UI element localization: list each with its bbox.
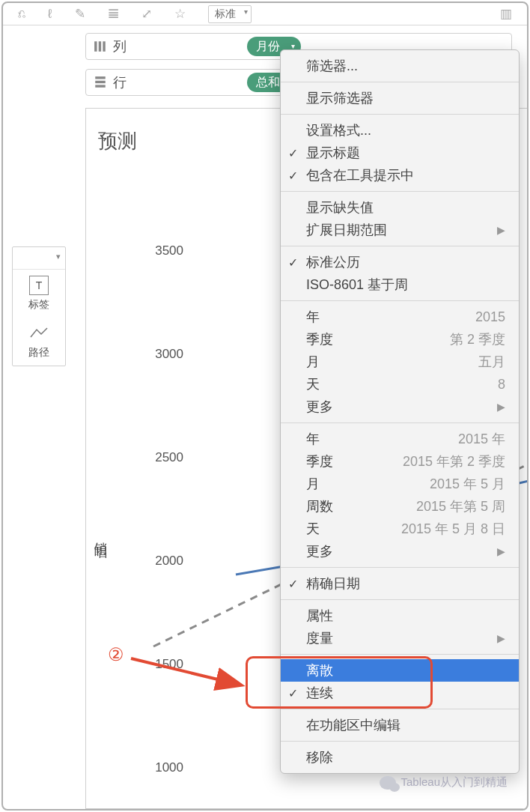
path-mark-button[interactable]: 路径 bbox=[13, 318, 65, 366]
top-toolbar: ⎌ ℓ ✎ 𝌆 ⤢ ☆ 标准 ▥ bbox=[3, 3, 527, 25]
path-text: 路径 bbox=[28, 346, 49, 360]
size-icon[interactable]: ⤢ bbox=[141, 6, 152, 22]
check-icon: ✓ bbox=[288, 255, 298, 270]
check-icon: ✓ bbox=[288, 577, 298, 591]
menu-day-2[interactable]: 天2015 年 5 月 8 日 bbox=[281, 518, 519, 540]
menu-more-1[interactable]: 更多▶ bbox=[281, 396, 519, 418]
svg-rect-3 bbox=[95, 76, 106, 79]
watermark-text: Tableau从入门到精通 bbox=[400, 775, 508, 790]
svg-rect-2 bbox=[103, 41, 105, 52]
label-icon: T bbox=[29, 276, 49, 295]
menu-show-missing[interactable]: 显示缺失值 bbox=[281, 196, 519, 219]
show-me-icon[interactable]: ▥ bbox=[500, 6, 512, 22]
highlight-icon[interactable]: ✎ bbox=[75, 6, 85, 22]
menu-month-2[interactable]: 月2015 年 5 月 bbox=[281, 473, 519, 495]
svg-rect-0 bbox=[94, 41, 97, 52]
marks-card: T 标签 路径 bbox=[12, 246, 66, 366]
check-icon: ✓ bbox=[288, 146, 298, 160]
y-tick: 1500 bbox=[138, 657, 183, 672]
submenu-arrow-icon: ▶ bbox=[490, 224, 505, 236]
menu-attribute[interactable]: 属性 bbox=[281, 605, 519, 627]
menu-year-2[interactable]: 年2015 年 bbox=[281, 428, 519, 450]
submenu-arrow-icon: ▶ bbox=[490, 545, 505, 557]
menu-filter[interactable]: 筛选器... bbox=[281, 55, 519, 77]
menu-month[interactable]: 月五月 bbox=[281, 351, 519, 373]
svg-rect-5 bbox=[95, 85, 106, 87]
attach-icon[interactable]: 𝌆 bbox=[108, 6, 119, 22]
y-tick: 1000 bbox=[138, 760, 183, 775]
menu-edit-in-shelf[interactable]: 在功能区中编辑 bbox=[281, 714, 519, 736]
rows-label: 行 bbox=[113, 73, 127, 91]
y-tick: 2500 bbox=[138, 450, 183, 465]
menu-iso-8601[interactable]: ISO-8601 基于周 bbox=[281, 273, 519, 296]
columns-label: 列 bbox=[113, 37, 127, 55]
menu-show-filter[interactable]: 显示筛选器 bbox=[281, 87, 519, 109]
submenu-arrow-icon: ▶ bbox=[490, 632, 505, 644]
menu-set-format[interactable]: 设置格式... bbox=[281, 119, 519, 142]
submenu-arrow-icon: ▶ bbox=[490, 401, 505, 413]
y-tick: 3000 bbox=[138, 347, 183, 362]
menu-discrete[interactable]: 离散 bbox=[281, 659, 519, 682]
label-text: 标签 bbox=[28, 298, 49, 312]
rows-icon bbox=[94, 76, 107, 89]
columns-icon bbox=[94, 40, 107, 53]
check-icon: ✓ bbox=[288, 169, 298, 183]
menu-include-tooltip[interactable]: ✓包含在工具提示中 bbox=[281, 164, 519, 187]
svg-rect-4 bbox=[95, 81, 106, 83]
menu-weeknum[interactable]: 周数2015 年第 5 周 bbox=[281, 495, 519, 518]
menu-remove[interactable]: 移除 bbox=[281, 746, 519, 769]
annotation-label: ② bbox=[108, 644, 124, 665]
menu-quarter-2[interactable]: 季度2015 年第 2 季度 bbox=[281, 450, 519, 473]
fit-select[interactable]: 标准 bbox=[208, 5, 252, 23]
menu-measure[interactable]: 度量▶ bbox=[281, 627, 519, 649]
format-icon[interactable]: ℓ bbox=[48, 7, 52, 22]
menu-day[interactable]: 天8 bbox=[281, 373, 519, 396]
menu-continuous[interactable]: ✓连续 bbox=[281, 682, 519, 704]
check-icon: ✓ bbox=[288, 686, 298, 700]
undo-redo-icon[interactable]: ⎌ bbox=[18, 7, 25, 22]
menu-more-2[interactable]: 更多▶ bbox=[281, 540, 519, 563]
menu-extend-date-range[interactable]: 扩展日期范围▶ bbox=[281, 219, 519, 241]
menu-standard-calendar[interactable]: ✓标准公历 bbox=[281, 251, 519, 273]
fit-icon[interactable]: ☆ bbox=[174, 6, 186, 22]
mark-type-select[interactable] bbox=[13, 247, 65, 270]
menu-year[interactable]: 年2015 bbox=[281, 306, 519, 328]
menu-exact-date[interactable]: ✓精确日期 bbox=[281, 572, 519, 595]
wechat-icon bbox=[380, 776, 396, 790]
wechat-watermark: Tableau从入门到精通 bbox=[380, 775, 508, 790]
svg-rect-1 bbox=[99, 41, 101, 52]
y-tick: 3500 bbox=[138, 243, 183, 258]
menu-show-header[interactable]: ✓显示标题 bbox=[281, 142, 519, 164]
pill-label: 月份 bbox=[256, 39, 280, 55]
label-mark-button[interactable]: T 标签 bbox=[13, 270, 65, 318]
y-tick: 2000 bbox=[138, 554, 183, 569]
field-context-menu: 筛选器... 显示筛选器 设置格式... ✓显示标题 ✓包含在工具提示中 显示缺… bbox=[280, 49, 520, 774]
menu-quarter[interactable]: 季度第 2 季度 bbox=[281, 328, 519, 351]
path-icon bbox=[29, 324, 49, 343]
